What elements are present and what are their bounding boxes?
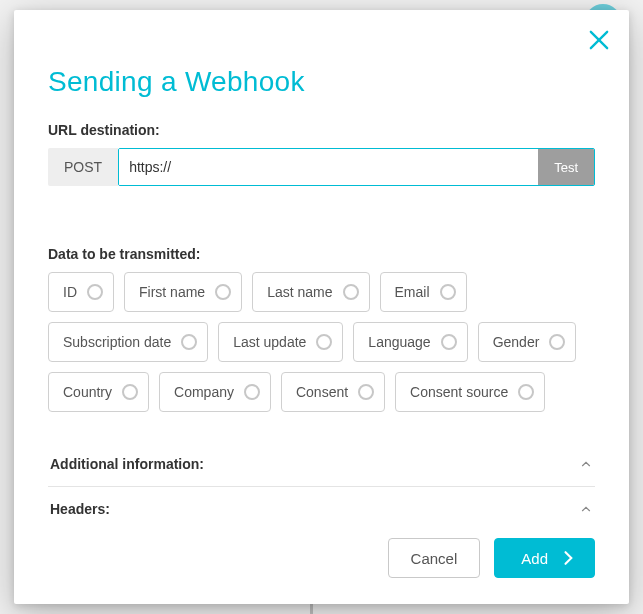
radio-icon: [441, 334, 457, 350]
field-chip[interactable]: Last update: [218, 322, 343, 362]
chevron-right-icon: [558, 548, 578, 568]
webhook-modal: Sending a Webhook URL destination: POST …: [14, 10, 629, 604]
modal-title: Sending a Webhook: [48, 66, 595, 98]
url-input-group: Test: [118, 148, 595, 186]
field-chip[interactable]: Consent source: [395, 372, 545, 412]
radio-icon: [87, 284, 103, 300]
cancel-button[interactable]: Cancel: [388, 538, 481, 578]
radio-icon: [316, 334, 332, 350]
data-section-label: Data to be transmitted:: [48, 246, 595, 262]
accordion-label: Additional information:: [50, 456, 204, 472]
radio-icon: [518, 384, 534, 400]
field-chip-label: First name: [139, 284, 205, 300]
add-button[interactable]: Add: [494, 538, 595, 578]
radio-icon: [549, 334, 565, 350]
field-chip-list: IDFirst nameLast nameEmailSubscription d…: [48, 272, 595, 412]
test-button[interactable]: Test: [538, 149, 594, 185]
field-chip[interactable]: Gender: [478, 322, 577, 362]
field-chip[interactable]: Last name: [252, 272, 369, 312]
field-chip-label: Consent: [296, 384, 348, 400]
close-button[interactable]: [585, 26, 613, 54]
field-chip-label: Language: [368, 334, 430, 350]
field-chip-label: Country: [63, 384, 112, 400]
radio-icon: [244, 384, 260, 400]
field-chip-label: Gender: [493, 334, 540, 350]
field-chip[interactable]: Consent: [281, 372, 385, 412]
field-chip-label: ID: [63, 284, 77, 300]
url-section-label: URL destination:: [48, 122, 595, 138]
chevron-up-icon: [579, 502, 593, 514]
field-chip-label: Last name: [267, 284, 332, 300]
field-chip-label: Last update: [233, 334, 306, 350]
field-chip[interactable]: Country: [48, 372, 149, 412]
field-chip-label: Subscription date: [63, 334, 171, 350]
accordion-additional-info[interactable]: Additional information:: [48, 442, 595, 487]
field-chip[interactable]: First name: [124, 272, 242, 312]
radio-icon: [215, 284, 231, 300]
field-chip[interactable]: Email: [380, 272, 467, 312]
field-chip[interactable]: ID: [48, 272, 114, 312]
radio-icon: [122, 384, 138, 400]
field-chip-label: Consent source: [410, 384, 508, 400]
radio-icon: [343, 284, 359, 300]
field-chip-label: Email: [395, 284, 430, 300]
radio-icon: [440, 284, 456, 300]
http-method-label: POST: [48, 148, 118, 186]
field-chip[interactable]: Subscription date: [48, 322, 208, 362]
radio-icon: [358, 384, 374, 400]
radio-icon: [181, 334, 197, 350]
url-destination-row: POST Test: [48, 148, 595, 186]
accordion-label: Headers:: [50, 501, 110, 514]
url-input[interactable]: [119, 149, 538, 185]
accordion-headers[interactable]: Headers:: [48, 487, 595, 514]
add-button-label: Add: [521, 550, 548, 567]
field-chip-label: Company: [174, 384, 234, 400]
chevron-up-icon: [579, 457, 593, 471]
field-chip[interactable]: Company: [159, 372, 271, 412]
modal-footer: Cancel Add: [14, 514, 629, 604]
field-chip[interactable]: Language: [353, 322, 467, 362]
